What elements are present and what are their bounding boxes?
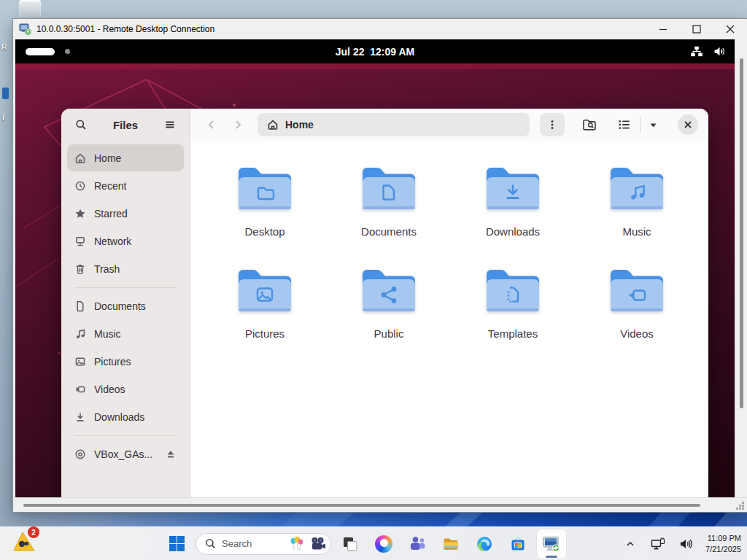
sidebar-item-label: Trash: [94, 263, 120, 275]
list-view-button[interactable]: [613, 113, 636, 136]
folder-icon: [358, 265, 419, 314]
hamburger-icon: [164, 119, 176, 131]
hidden-icons-button[interactable]: [619, 531, 641, 557]
folder-icon: [358, 163, 419, 212]
rdp-titlebar[interactable]: 10.0.0.30:5001 - Remote Desktop Connecti…: [13, 19, 747, 39]
horizontal-scrollbar-thumb[interactable]: [23, 504, 700, 507]
search-folder-button[interactable]: [578, 113, 601, 136]
folder-item-pictures[interactable]: Pictures: [203, 243, 327, 345]
sidebar-item-pictures[interactable]: Pictures: [67, 348, 184, 375]
rdp-vertical-scrollbar[interactable]: [735, 39, 747, 497]
music-icon: [74, 328, 86, 340]
taskbar-search-box[interactable]: Search: [196, 533, 331, 555]
forward-button[interactable]: [227, 114, 249, 136]
teams-button[interactable]: [403, 529, 432, 559]
sidebar-separator: [74, 435, 177, 436]
sidebar-item-label: Starred: [94, 208, 128, 219]
folder-item-videos[interactable]: Videos: [575, 243, 699, 345]
folder-search-icon: [582, 118, 597, 131]
search-button[interactable]: [70, 114, 92, 136]
trash-icon: [74, 263, 86, 275]
sidebar-item-label: Network: [94, 236, 131, 247]
maximize-button[interactable]: [680, 19, 713, 39]
folder-icon: [234, 163, 295, 212]
remote-screen: Jul 22 12:09 AM: [15, 39, 735, 497]
sidebar-item-label: Documents: [94, 300, 146, 312]
sidebar-item-trash[interactable]: Trash: [67, 255, 184, 282]
folder-item-public[interactable]: Public: [327, 243, 451, 345]
folder-icon: [234, 265, 295, 314]
copilot-button[interactable]: [369, 529, 398, 559]
network-plug-icon: [651, 537, 665, 551]
folder-item-music[interactable]: Music: [575, 141, 699, 243]
volume-tray-button[interactable]: [675, 531, 697, 557]
current-location-label: Home: [285, 119, 314, 131]
edge-icon: [476, 535, 493, 553]
folder-item-documents[interactable]: Documents: [327, 141, 451, 243]
store-icon: [509, 535, 527, 553]
gnome-top-bar: Jul 22 12:09 AM: [15, 39, 735, 63]
network-icon: [74, 236, 86, 247]
file-explorer-button[interactable]: [436, 529, 465, 559]
sidebar-item-network[interactable]: Network: [67, 228, 184, 254]
rdp-horizontal-scrollbar[interactable]: [13, 497, 747, 512]
sidebar-item-label: Videos: [94, 384, 125, 395]
notification-badge: 2: [28, 526, 39, 538]
remote-desktop-taskbar-button[interactable]: [537, 529, 566, 559]
edge-button[interactable]: [470, 529, 499, 559]
start-button[interactable]: [162, 529, 191, 559]
balloons-icon: [290, 536, 304, 552]
network-tree-icon[interactable]: [690, 46, 703, 57]
workspace-dot[interactable]: [65, 49, 70, 54]
windows-logo-icon: [169, 535, 185, 552]
sidebar-item-starred[interactable]: Starred: [67, 200, 184, 227]
folder-item-desktop[interactable]: Desktop: [203, 141, 327, 243]
sidebar-item-recent[interactable]: Recent: [67, 172, 184, 199]
minimize-button[interactable]: [646, 19, 680, 39]
main-menu-button[interactable]: [159, 114, 181, 136]
list-view-icon: [618, 119, 631, 131]
kebab-menu-icon: [546, 119, 558, 131]
gnome-clock[interactable]: Jul 22 12:09 AM: [15, 46, 735, 58]
folder-label: Documents: [361, 225, 417, 238]
folder-item-downloads[interactable]: Downloads: [451, 141, 575, 243]
back-button[interactable]: [201, 114, 222, 136]
microsoft-store-button[interactable]: [503, 529, 533, 559]
sidebar-item-label: Downloads: [94, 411, 144, 423]
home-icon: [267, 119, 279, 131]
volume-icon[interactable]: [713, 46, 726, 57]
sidebar-item-documents[interactable]: Documents: [67, 292, 184, 319]
folder-label: Public: [374, 327, 404, 340]
close-button[interactable]: [713, 19, 747, 39]
files-content-area: Desktop: [190, 141, 708, 497]
sidebar-item-label: VBox_GAs...: [94, 448, 152, 460]
sidebar-item-home[interactable]: Home: [67, 144, 184, 171]
chevron-up-icon: [625, 539, 635, 549]
sidebar-item-vbox-device[interactable]: VBox_GAs...: [67, 440, 184, 467]
folder-label: Music: [622, 225, 651, 238]
toolbar-divider: [640, 117, 640, 133]
tray-clock[interactable]: 11:09 PM 7/21/2025: [705, 533, 741, 554]
path-bar[interactable]: Home: [258, 113, 530, 136]
view-options-dropdown[interactable]: [644, 113, 662, 136]
task-view-button[interactable]: [336, 529, 365, 559]
document-icon: [74, 300, 86, 312]
folder-item-templates[interactable]: Templates: [451, 243, 575, 345]
window-close-button[interactable]: [678, 114, 698, 135]
video-icon: [74, 384, 86, 395]
files-main-pane: Home: [190, 109, 708, 497]
sidebar-separator: [74, 287, 177, 288]
activities-pill[interactable]: [26, 48, 55, 55]
vertical-scrollbar-thumb[interactable]: [740, 58, 743, 408]
resize-grip[interactable]: [735, 500, 746, 511]
search-icon: [205, 538, 216, 549]
sidebar-item-music[interactable]: Music: [67, 320, 184, 347]
sidebar-item-downloads[interactable]: Downloads: [67, 403, 184, 430]
network-tray-button[interactable]: [647, 531, 669, 557]
sidebar-item-videos[interactable]: Videos: [67, 376, 184, 402]
notification-tray-icon[interactable]: 2: [12, 529, 38, 556]
eject-icon[interactable]: [165, 448, 177, 460]
view-menu-button[interactable]: [540, 113, 565, 136]
teams-icon: [409, 535, 427, 553]
chevron-down-icon: [649, 120, 658, 130]
